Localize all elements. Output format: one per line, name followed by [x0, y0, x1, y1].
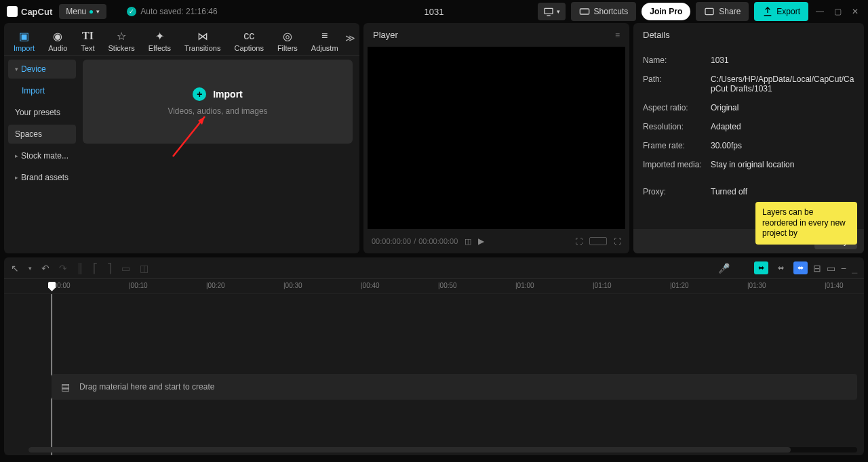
- zoom-indicator[interactable]: [589, 237, 607, 245]
- share-label: Share: [719, 7, 741, 16]
- export-label: Export: [776, 7, 800, 16]
- compare-icon[interactable]: ◫: [465, 237, 471, 246]
- tab-label: Effects: [149, 44, 171, 52]
- value-imported: Stay in original location: [711, 160, 854, 169]
- crop-tool[interactable]: ◫: [140, 263, 149, 274]
- timeline-body[interactable]: ▤ Drag material here and start to create: [4, 294, 864, 455]
- delete-tool[interactable]: ▭: [121, 263, 130, 274]
- minimize-button[interactable]: —: [814, 7, 826, 16]
- chevron-down-icon[interactable]: ▾: [28, 265, 32, 272]
- tab-adjustment[interactable]: ≡ Adjustm: [307, 27, 342, 55]
- film-icon: ▤: [61, 381, 70, 392]
- tabs-scroll-right[interactable]: ≫: [345, 33, 355, 43]
- value-proxy: Turned off: [711, 187, 854, 196]
- share-icon: [704, 6, 715, 17]
- tick: |01:10: [593, 282, 612, 289]
- tick: |00:50: [438, 282, 457, 289]
- label-imported: Imported media:: [643, 160, 711, 169]
- player-panel: Player ≡ 00:00:00:00 / 00:00:00:00 ◫ ▶ ⛶…: [363, 23, 629, 253]
- player-menu-icon[interactable]: ≡: [615, 30, 620, 40]
- label-name: Name:: [643, 56, 711, 65]
- tab-label: Audio: [48, 44, 67, 52]
- filters-icon: ◎: [283, 30, 292, 42]
- media-tabs: ▣ Import ◉ Audio TI Text ☆ Stickers ✦ Ef…: [4, 23, 359, 56]
- share-button[interactable]: Share: [696, 2, 749, 21]
- sidebar-presets[interactable]: Your presets: [8, 103, 76, 122]
- caret-down-icon: ▾: [15, 66, 18, 72]
- sidebar-device[interactable]: ▾Device: [8, 60, 76, 79]
- timeline-scrollbar[interactable]: [28, 447, 857, 453]
- tab-filters[interactable]: ◎ Filters: [273, 27, 302, 55]
- tab-import[interactable]: ▣ Import: [9, 27, 39, 55]
- trim-right-tool[interactable]: ⎤: [107, 263, 112, 274]
- sidebar-label: Brand assets: [21, 173, 68, 182]
- player-viewport[interactable]: [368, 47, 625, 229]
- cursor-tool[interactable]: ↖: [11, 263, 19, 274]
- tick: |00:40: [361, 282, 380, 289]
- time-total: 00:00:00:00: [418, 237, 458, 245]
- captions-icon: cc: [243, 30, 254, 42]
- timeline-panel: ↖ ▾ ↶ ↷ ║ ⎡ ⎤ ▭ ◫ 🎤 ⬌ ⇔ ⬌ ⊟ ▭ − ⎯ |00:00…: [4, 257, 864, 455]
- tab-audio[interactable]: ◉ Audio: [44, 27, 71, 55]
- transitions-icon: ⋈: [197, 30, 208, 42]
- autosave-label: Auto saved: 21:16:46: [140, 7, 217, 16]
- tab-transitions[interactable]: ⋈ Transitions: [180, 27, 224, 55]
- sidebar-stock[interactable]: ▸Stock mate...: [8, 146, 76, 165]
- screen-icon: [543, 6, 554, 17]
- shortcuts-button[interactable]: Shortcuts: [571, 2, 637, 21]
- maximize-button[interactable]: ▢: [831, 7, 844, 16]
- tab-stickers[interactable]: ☆ Stickers: [104, 27, 139, 55]
- label-path: Path:: [643, 75, 711, 93]
- value-fps: 30.00fps: [711, 141, 854, 150]
- trim-left-tool[interactable]: ⎡: [93, 263, 98, 274]
- label-fps: Frame rate:: [643, 141, 711, 150]
- stickers-icon: ☆: [117, 30, 126, 42]
- timeline-track-empty[interactable]: ▤ Drag material here and start to create: [52, 374, 857, 400]
- media-sidebar: ▾Device Import Your presets Spaces ▸Stoc…: [4, 56, 80, 253]
- auto-snap-button[interactable]: ⬌: [793, 261, 808, 274]
- export-icon: [762, 6, 773, 17]
- svg-marker-4: [198, 117, 205, 125]
- aspect-ratio-button[interactable]: ▾: [538, 3, 566, 20]
- tick: |01:40: [825, 282, 844, 289]
- play-icon[interactable]: ▶: [478, 236, 484, 246]
- sidebar-import[interactable]: Import: [8, 81, 76, 100]
- undo-button[interactable]: ↶: [41, 263, 50, 274]
- mic-icon[interactable]: 🎤: [718, 263, 730, 274]
- chevron-down-icon: ▾: [96, 8, 100, 15]
- sidebar-label: Device: [21, 64, 46, 74]
- menu-button[interactable]: Menu ▾: [59, 4, 106, 19]
- plus-icon: +: [193, 87, 206, 101]
- import-dropzone[interactable]: + Import Videos, audios, and images: [83, 60, 353, 144]
- project-title: 1031: [425, 7, 444, 17]
- time-current: 00:00:00:00: [372, 237, 411, 245]
- zoom-slider[interactable]: ⎯: [852, 263, 857, 274]
- tab-captions[interactable]: cc Captions: [230, 27, 267, 55]
- link-button[interactable]: ⇔: [774, 261, 788, 274]
- zoom-out-icon[interactable]: −: [841, 263, 846, 274]
- sidebar-spaces[interactable]: Spaces: [8, 125, 76, 144]
- close-button[interactable]: ✕: [849, 7, 861, 16]
- tab-effects[interactable]: ✦ Effects: [144, 27, 175, 55]
- app-logo: CapCut: [7, 6, 52, 17]
- align-icon[interactable]: ⊟: [813, 263, 821, 274]
- hint-tooltip: Layers can be reordered in every new pro…: [755, 202, 857, 245]
- scrollbar-thumb[interactable]: [28, 447, 791, 453]
- export-button[interactable]: Export: [754, 2, 808, 21]
- sidebar-brand[interactable]: ▸Brand assets: [8, 168, 76, 187]
- preview-icon[interactable]: ▭: [827, 263, 835, 274]
- snap-magnet-button[interactable]: ⬌: [754, 261, 768, 274]
- tick: |00:30: [283, 282, 302, 289]
- effects-icon: ✦: [155, 30, 164, 42]
- time-sep: /: [414, 237, 416, 245]
- timeline-ruler[interactable]: |00:00 |00:10 |00:20 |00:30 |00:40 |00:5…: [4, 279, 864, 294]
- tab-text[interactable]: TI Text: [77, 27, 98, 55]
- fullscreen-icon[interactable]: ⛶: [614, 237, 621, 245]
- scan-icon[interactable]: ⛶: [575, 237, 583, 245]
- timeline-toolbar: ↖ ▾ ↶ ↷ ║ ⎡ ⎤ ▭ ◫ 🎤 ⬌ ⇔ ⬌ ⊟ ▭ − ⎯: [4, 257, 864, 279]
- tab-label: Captions: [234, 44, 263, 52]
- join-pro-button[interactable]: Join Pro: [642, 3, 690, 20]
- redo-button[interactable]: ↷: [59, 263, 67, 274]
- split-tool[interactable]: ║: [77, 263, 83, 274]
- app-name: CapCut: [21, 7, 52, 17]
